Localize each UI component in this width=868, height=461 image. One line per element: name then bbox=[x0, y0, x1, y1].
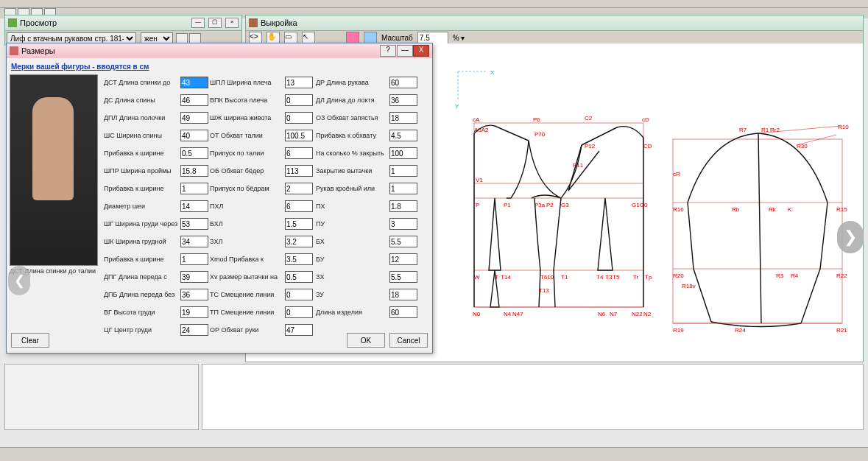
clear-button[interactable]: Clear bbox=[11, 333, 49, 348]
field-label: ШС Ширина спины bbox=[104, 132, 177, 139]
field-input[interactable] bbox=[180, 253, 208, 265]
field-input[interactable] bbox=[389, 236, 417, 247]
field-input[interactable] bbox=[285, 200, 313, 212]
svg-text:Rb: Rb bbox=[732, 206, 740, 213]
field-input[interactable] bbox=[389, 77, 417, 88]
select-tool-btn[interactable]: ▭ bbox=[284, 32, 297, 43]
svg-text:N22: N22 bbox=[632, 311, 643, 317]
color-tool-2[interactable] bbox=[364, 32, 377, 43]
svg-text:N6: N6 bbox=[598, 311, 606, 317]
field-input[interactable] bbox=[285, 218, 313, 230]
bottom-right-panel bbox=[202, 364, 864, 430]
preview-title-bar: Просмотр — ▢ × bbox=[5, 15, 241, 31]
field-label: БУ bbox=[316, 256, 387, 263]
svg-text:CD: CD bbox=[643, 143, 652, 149]
field-input[interactable] bbox=[285, 183, 313, 194]
grab-tool-btn[interactable]: ✋ bbox=[267, 32, 280, 43]
svg-text:R24: R24 bbox=[735, 327, 746, 334]
field-input[interactable] bbox=[285, 77, 313, 88]
field-input[interactable] bbox=[285, 112, 313, 124]
field-input[interactable] bbox=[285, 253, 313, 265]
field-label: ДР Длина рукава bbox=[316, 79, 387, 86]
scale-unit[interactable]: % ▾ bbox=[453, 34, 465, 42]
field-label: ДСТ Длина спинки до bbox=[104, 79, 177, 86]
field-input[interactable] bbox=[180, 165, 208, 177]
svg-text:P2: P2 bbox=[546, 202, 554, 208]
dialog-button-row: Clear OK Cancel bbox=[11, 332, 428, 348]
field-input[interactable] bbox=[389, 130, 417, 141]
preview-panel: Просмотр — ▢ × Лиф с втачным рукавом стр… bbox=[4, 15, 242, 46]
field-input[interactable] bbox=[180, 306, 208, 318]
field-input[interactable] bbox=[389, 183, 417, 194]
dialog-help-btn[interactable]: ? bbox=[380, 45, 396, 57]
field-label: Xmod Прибавка к bbox=[210, 256, 282, 263]
cancel-button[interactable]: Cancel bbox=[389, 333, 428, 348]
field-label: ЗУ bbox=[316, 291, 387, 298]
pattern-icon bbox=[249, 18, 258, 27]
field-label: ВПК Высота плеча bbox=[210, 96, 282, 104]
field-input[interactable] bbox=[389, 94, 417, 106]
svg-text:P6: P6 bbox=[533, 116, 540, 123]
field-label: ДЛ Длина до локтя bbox=[316, 96, 387, 104]
dialog-close-btn[interactable]: X bbox=[413, 45, 429, 57]
field-label: ДПБ Длина переда без bbox=[104, 291, 177, 298]
field-label: ШПР Ширина проймы bbox=[104, 167, 177, 175]
preview-tool-1[interactable] bbox=[176, 33, 188, 43]
field-input[interactable] bbox=[180, 218, 208, 230]
field-label: ЗХЛ bbox=[210, 238, 282, 245]
field-input[interactable] bbox=[180, 183, 208, 194]
svg-text:R21: R21 bbox=[836, 327, 847, 334]
field-input[interactable] bbox=[180, 77, 208, 88]
field-input[interactable] bbox=[180, 236, 208, 247]
field-input[interactable] bbox=[285, 289, 313, 300]
field-input[interactable] bbox=[389, 200, 417, 212]
svg-text:R15: R15 bbox=[836, 206, 847, 213]
field-label: На сколько % закрыть bbox=[316, 149, 387, 157]
field-input[interactable] bbox=[389, 112, 417, 124]
field-label: Прибавка к обхвату bbox=[316, 132, 387, 139]
svg-text:V1: V1 bbox=[476, 177, 483, 183]
field-input[interactable] bbox=[285, 236, 313, 247]
scale-input[interactable] bbox=[417, 32, 448, 44]
field-input[interactable] bbox=[285, 147, 313, 159]
dialog-title-bar[interactable]: Размеры ? — X bbox=[7, 43, 432, 58]
field-input[interactable] bbox=[285, 306, 313, 318]
svg-text:P: P bbox=[476, 202, 479, 208]
field-input[interactable] bbox=[285, 94, 313, 106]
field-label: ВГ Высота груди bbox=[104, 309, 177, 316]
field-input[interactable] bbox=[389, 165, 417, 177]
field-input[interactable] bbox=[389, 147, 417, 159]
field-input[interactable] bbox=[285, 165, 313, 177]
carousel-prev-btn[interactable]: ❮ bbox=[8, 266, 30, 295]
field-input[interactable] bbox=[180, 130, 208, 141]
field-input[interactable] bbox=[389, 218, 417, 230]
field-input[interactable] bbox=[180, 94, 208, 106]
preview-close-btn[interactable]: × bbox=[225, 18, 239, 28]
measurements-note-link[interactable]: Мерки вашей фигуры - вводятся в см bbox=[10, 61, 429, 74]
field-input[interactable] bbox=[285, 130, 313, 141]
ok-button[interactable]: OK bbox=[347, 333, 385, 348]
preview-min-btn[interactable]: — bbox=[191, 18, 205, 28]
field-input[interactable] bbox=[389, 306, 417, 318]
field-label: ОТ Обхват талии bbox=[210, 132, 282, 139]
dialog-min-btn[interactable]: — bbox=[397, 45, 413, 57]
svg-text:R22: R22 bbox=[836, 272, 847, 279]
preview-max-btn[interactable]: ▢ bbox=[208, 18, 222, 28]
field-input[interactable] bbox=[180, 200, 208, 212]
field-input[interactable] bbox=[180, 147, 208, 159]
field-input[interactable] bbox=[389, 271, 417, 283]
carousel-next-btn[interactable]: ❯ bbox=[837, 221, 864, 253]
field-input[interactable] bbox=[180, 289, 208, 300]
pointer-tool-btn[interactable]: ↖ bbox=[302, 32, 315, 43]
field-input[interactable] bbox=[389, 253, 417, 265]
field-label: Закрытие вытачки bbox=[316, 167, 387, 175]
preview-tool-2[interactable] bbox=[189, 33, 201, 43]
color-tool-1[interactable] bbox=[346, 32, 359, 43]
field-input[interactable] bbox=[180, 112, 208, 124]
svg-text:Y: Y bbox=[455, 103, 459, 110]
field-input[interactable] bbox=[180, 271, 208, 283]
field-input[interactable] bbox=[285, 271, 313, 283]
svg-text:R30: R30 bbox=[797, 143, 808, 149]
code-view-btn[interactable]: <> bbox=[249, 32, 262, 43]
field-input[interactable] bbox=[389, 289, 417, 300]
